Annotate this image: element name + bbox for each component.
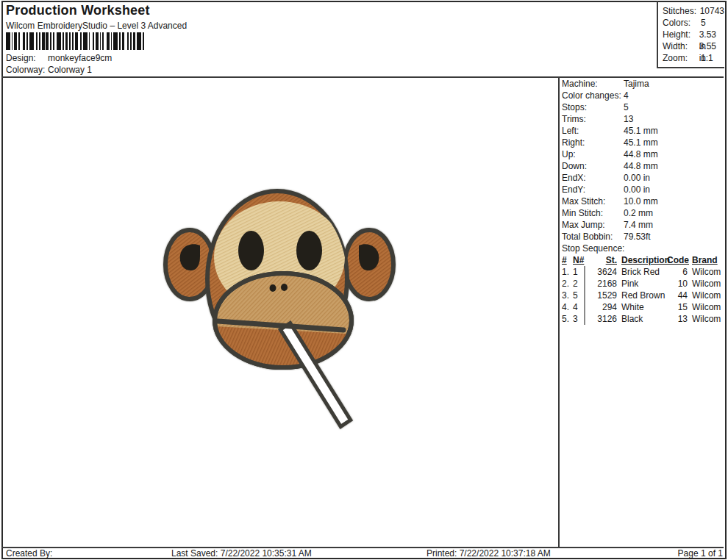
summary-stat-row: Colors: 5 (663, 17, 724, 29)
design-value: monkeyface9cm (48, 52, 112, 64)
machine-info-row: Machine: Tajima (562, 78, 724, 90)
machine-info-row: EndY: 0.00 in (562, 184, 724, 195)
summary-stat-row: Width: 3.55 in (663, 40, 724, 52)
info-label: Trims: (562, 113, 624, 125)
last-saved-label: Last Saved: 7/22/2022 10:35:31 AM (171, 548, 312, 559)
machine-info-rows: Machine: Tajima Color changes: 4 Stops: … (562, 78, 724, 243)
info-value: 7.4 mm (624, 219, 653, 231)
info-value: 4 (624, 90, 629, 101)
seq-description: Pink (618, 279, 667, 290)
info-label: Right: (562, 137, 624, 148)
machine-info-row: Total Bobbin: 79.53ft (562, 231, 724, 243)
col-brand-header: Brand (688, 255, 721, 266)
colorway-row: Colorway: Colorway 1 (6, 64, 92, 76)
seq-needle: 4 (573, 302, 584, 313)
seq-brand: Wilcom (688, 267, 721, 278)
info-value: Tajima (624, 78, 649, 90)
info-label: Up: (562, 148, 624, 160)
seq-code: 15 (667, 302, 688, 313)
stat-value: 3.55 in (699, 40, 724, 52)
colorway-label: Colorway: (6, 64, 48, 76)
seq-needle: 5 (573, 290, 584, 301)
barcode-icon (6, 32, 144, 50)
machine-info-row: Min Stitch: 0.2 mm (562, 207, 724, 219)
seq-num: 3. (562, 290, 573, 301)
thread-color-swatch (584, 278, 585, 290)
summary-stats-box: Stitches: 10743 Colors: 5 Height: 3.53 i… (657, 1, 724, 68)
machine-info-row: Down: 44.8 mm (562, 160, 724, 172)
seq-brand: Wilcom (688, 302, 721, 313)
left-nostril (270, 284, 276, 292)
page-number: Page 1 of 1 (678, 548, 723, 559)
stop-sequence-row: 2. 2 2168 Pink 10 Wilcom (562, 278, 724, 290)
info-label: Total Bobbin: (562, 231, 624, 243)
thread-color-swatch (584, 290, 585, 301)
stat-label: Width: (663, 40, 699, 52)
seq-num: 5. (562, 314, 573, 325)
design-label: Design: (6, 52, 48, 64)
stat-label: Zoom: (663, 52, 701, 64)
app-subtitle: Wilcom EmbroideryStudio – Level 3 Advanc… (6, 21, 187, 31)
stop-sequence-title: Stop Sequence: (562, 243, 724, 254)
stop-sequence-row: 5. 3 3126 Black 13 Wilcom (562, 313, 724, 325)
stat-label: Height: (663, 29, 699, 40)
stop-sequence-table: 1. 1 3624 Brick Red 6 Wilcom 2. 2 2168 P… (562, 266, 724, 325)
machine-info-row: Max Stitch: 10.0 mm (562, 195, 724, 207)
stop-sequence-header: # N# St. Description Code Brand (562, 254, 724, 266)
info-label: Max Stitch: (562, 195, 624, 207)
info-value: 45.1 mm (624, 125, 658, 137)
seq-description: Red Brown (618, 290, 667, 301)
machine-info-row: Right: 45.1 mm (562, 137, 724, 148)
machine-info-row: Trims: 13 (562, 113, 724, 125)
seq-description: Black (618, 314, 667, 325)
left-eye (238, 231, 264, 270)
seq-stitches: 2168 (596, 279, 618, 290)
created-by-label: Created By: (6, 548, 52, 559)
panel-divider (558, 78, 560, 547)
machine-info-row: Color changes: 4 (562, 90, 724, 101)
monkey-face-design (162, 181, 399, 432)
info-value: 0.00 in (624, 184, 650, 195)
printed-label: Printed: 7/22/2022 10:37:18 AM (427, 548, 551, 559)
summary-stat-row: Zoom: 1:1 (663, 52, 724, 64)
seq-code: 6 (667, 267, 688, 278)
info-label: Max Jump: (562, 219, 624, 231)
seq-code: 10 (667, 279, 688, 290)
machine-info-row: Up: 44.8 mm (562, 148, 724, 160)
seq-code: 44 (667, 290, 688, 301)
seq-code: 13 (667, 314, 688, 325)
stop-sequence-row: 4. 4 294 White 15 Wilcom (562, 301, 724, 313)
right-eye (296, 231, 322, 270)
info-value: 5 (624, 101, 629, 113)
thread-color-swatch (584, 266, 585, 278)
stop-sequence-row: 1. 1 3624 Brick Red 6 Wilcom (562, 266, 724, 278)
info-label: Down: (562, 160, 624, 172)
seq-stitches: 3126 (596, 314, 618, 325)
info-value: 45.1 mm (624, 137, 658, 148)
col-st-header: St. (596, 255, 618, 266)
info-value: 44.8 mm (624, 160, 658, 172)
info-value: 44.8 mm (624, 148, 658, 160)
seq-stitches: 1529 (596, 290, 618, 301)
footer-divider (1, 547, 724, 548)
seq-brand: Wilcom (688, 314, 721, 325)
page-title: Production Worksheet (6, 3, 150, 18)
info-value: 79.53ft (624, 231, 651, 243)
info-label: EndY: (562, 184, 624, 195)
design-row: Design: monkeyface9cm (6, 52, 112, 64)
info-value: 0.2 mm (624, 207, 653, 219)
info-label: Stops: (562, 101, 624, 113)
info-value: 10.0 mm (624, 195, 658, 207)
info-label: Min Stitch: (562, 207, 624, 219)
seq-num: 2. (562, 279, 573, 290)
info-label: Machine: (562, 78, 624, 90)
info-label: Color changes: (562, 90, 624, 101)
col-code-header: Code (667, 255, 688, 266)
seq-stitches: 3624 (596, 267, 618, 278)
machine-info-row: Max Jump: 7.4 mm (562, 219, 724, 231)
thread-color-swatch (584, 301, 585, 313)
thread-color-swatch (584, 313, 585, 325)
seq-needle: 3 (573, 314, 584, 325)
seq-stitches: 294 (596, 302, 618, 313)
seq-description: White (618, 302, 667, 313)
